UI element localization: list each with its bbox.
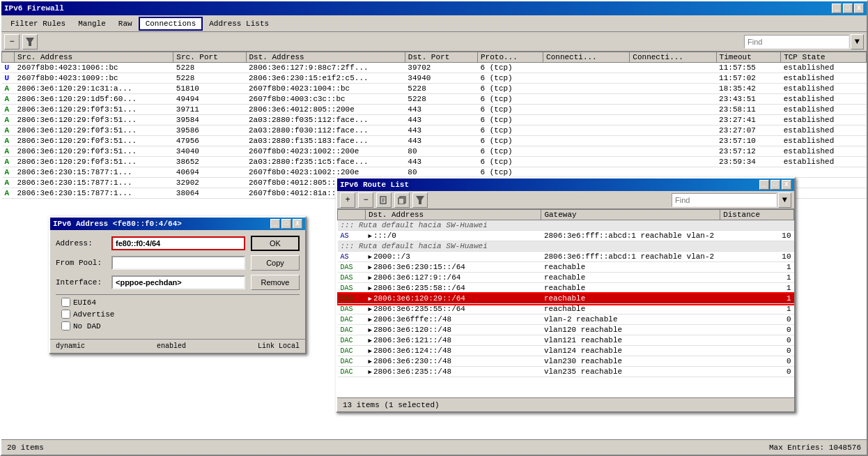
col-flag[interactable] [2, 52, 15, 63]
row-state: established [781, 84, 867, 94]
route-row-dst: ▶2806:3e6:230:15::/64 [366, 262, 541, 273]
route-col-flag[interactable] [338, 210, 366, 220]
dialog-close-btn[interactable]: X [293, 219, 302, 229]
table-row[interactable]: A 2806:3e6:120:29:1d5f:60... 49494 2607f… [2, 94, 867, 105]
route-row-dst: ▶2806:3e6:120::/48 [366, 325, 541, 335]
row-src-port: 5228 [173, 63, 246, 73]
row-conn1 [543, 84, 630, 94]
tab-mangle[interactable]: Mangle [72, 17, 112, 30]
table-row[interactable]: A 2806:3e6:230:15:7877:1... 40694 2607f8… [2, 167, 867, 178]
route-row-dst: ▶2806:3e6:120:29::/64 [366, 294, 541, 304]
table-row[interactable]: A 2806:3e6:120:29:1c31:a... 51810 2607f8… [2, 84, 867, 94]
advertise-checkbox[interactable] [61, 310, 70, 319]
table-row[interactable]: A 2806:3e6:120:29:f0f3:51... 47956 2a03:… [2, 136, 867, 146]
eui64-checkbox[interactable] [61, 298, 70, 307]
find-input[interactable] [744, 35, 849, 49]
list-item[interactable]: DAS ▶2806:3e6:235:55::/64 reachable 1 [338, 304, 794, 314]
route-remove-btn[interactable]: − [358, 192, 373, 208]
list-item[interactable]: DAC ▶2806:3e6:120::/48 vlan120 reachable… [338, 325, 794, 335]
row-flag: A [2, 126, 15, 136]
table-row[interactable]: A 2806:3e6:120:29:f0f3:51... 38652 2a03:… [2, 157, 867, 167]
row-dst-port: 443 [405, 105, 477, 115]
dialog-maximize-btn[interactable]: □ [281, 219, 291, 229]
divider1 [56, 294, 300, 295]
row-state: established [781, 105, 867, 115]
table-row[interactable]: A 2806:3e6:120:29:f0f3:51... 39711 2806:… [2, 105, 867, 115]
list-item[interactable]: AS ▶2000::/3 2806:3e6:fff::abcd:1 reacha… [338, 252, 794, 262]
address-input[interactable] [111, 236, 245, 250]
table-row[interactable]: U 2607f8b0:4023:1006::bc 5228 2806:3e6:1… [2, 63, 867, 73]
col-dst-port[interactable]: Dst. Port [405, 52, 477, 63]
list-item[interactable]: ::: Ruta default hacia SW-Huawei [338, 241, 794, 252]
list-item[interactable]: DAS ▶2806:3e6:230:15::/64 reachable 1 [338, 262, 794, 273]
col-conn1[interactable]: Connecti... [543, 52, 630, 63]
route-minimize-btn[interactable]: _ [759, 180, 769, 190]
route-table-container[interactable]: Dst. Address Gateway Distance ::: Ruta d… [337, 209, 794, 397]
interface-input[interactable] [111, 275, 245, 289]
table-row[interactable]: U 2607f8b0:4023:1009::bc 5228 2806:3e6:2… [2, 73, 867, 84]
copy-button[interactable]: Copy [251, 255, 300, 271]
find-dropdown-button[interactable]: ▼ [851, 34, 864, 50]
advertise-row: Advertise [61, 310, 300, 319]
list-item[interactable]: DAC ▶2806:3e6:235::/48 vlan235 reachable… [338, 367, 794, 377]
from-pool-input[interactable] [111, 256, 245, 270]
col-conn2[interactable]: Connecti... [630, 52, 716, 63]
list-item[interactable]: DAC ▶2806:3e6fffe::/48 vlan-2 reachable … [338, 314, 794, 325]
minus-button[interactable]: − [4, 34, 20, 50]
list-item[interactable]: DAS ▶2806:3e6:127:9::/64 reachable 1 [338, 273, 794, 283]
filter-button[interactable] [22, 34, 38, 50]
tab-filter-rules[interactable]: Filter Rules [4, 17, 72, 30]
route-close-btn[interactable]: X [782, 180, 791, 190]
minimize-button[interactable]: _ [832, 3, 842, 13]
col-timeout[interactable]: Timeout [716, 52, 781, 63]
route-find-dropdown[interactable]: ▼ [778, 192, 791, 208]
maximize-button[interactable]: □ [843, 3, 853, 13]
table-row[interactable]: A 2806:3e6:120:29:f0f3:51... 39584 2a03:… [2, 115, 867, 126]
route-row-dst: ▶2806:3e6:235:58::/64 [366, 283, 541, 294]
route-row-dst: ▶2806:3e6:230::/48 [366, 356, 541, 367]
ok-button[interactable]: OK [251, 236, 300, 251]
list-item[interactable]: ::: Ruta default hacia SW-Huawei [338, 220, 794, 231]
tab-raw[interactable]: Raw [112, 17, 139, 30]
row-conn2 [630, 63, 716, 73]
list-item[interactable]: AS ▶:::/0 2806:3e6:fff::abcd:1 reachable… [338, 231, 794, 241]
tab-connections[interactable]: Connections [139, 17, 203, 31]
row-flag: A [2, 105, 15, 115]
table-row[interactable]: A 2806:3e6:120:29:f0f3:51... 34040 2607f… [2, 146, 867, 157]
col-tcp-state[interactable]: TCP State [781, 52, 867, 63]
route-col-gateway[interactable]: Gateway [541, 210, 720, 220]
list-item[interactable]: DAC ▶2806:3e6:124::/48 vlan124 reachable… [338, 346, 794, 356]
col-dst-address[interactable]: Dst. Address [246, 52, 405, 63]
table-row[interactable]: A 2806:3e6:120:29:f0f3:51... 39586 2a03:… [2, 126, 867, 136]
close-button[interactable]: X [854, 3, 864, 13]
footer-scope: Link Local [258, 342, 300, 350]
row-proto: 6 (tcp) [478, 105, 543, 115]
list-item[interactable]: DAS ▶2806:3e6:235:58::/64 reachable 1 [338, 283, 794, 294]
row-src-port: 39584 [173, 115, 246, 126]
list-item[interactable]: DAC ▶2806:3e6:121::/48 vlan121 reachable… [338, 335, 794, 346]
tab-address-lists[interactable]: Address Lists [203, 17, 275, 30]
route-edit-btn[interactable] [376, 192, 392, 208]
advertise-label: Advertise [73, 310, 114, 319]
col-src-port[interactable]: Src. Port [173, 52, 246, 63]
route-find-input[interactable] [672, 193, 777, 207]
col-src-address[interactable]: Src. Address [15, 52, 173, 63]
remove-button[interactable]: Remove [251, 275, 300, 290]
dialog-minimize-btn[interactable]: _ [270, 219, 280, 229]
col-proto[interactable]: Proto... [478, 52, 543, 63]
route-col-distance[interactable]: Distance [720, 210, 794, 220]
route-row-flag: AS [338, 231, 366, 241]
dialog-body: Address: OK From Pool: Copy Interface: R… [50, 230, 305, 339]
route-copy-btn[interactable] [394, 192, 410, 208]
row-conn1 [543, 126, 630, 136]
route-filter-btn[interactable] [412, 192, 428, 208]
no-dad-checkbox[interactable] [61, 321, 70, 330]
list-item[interactable]: DAS ▶2806:3e6:120:29::/64 reachable 1 [338, 294, 794, 304]
dialog-footer: dynamic enabled Link Local [50, 339, 305, 353]
route-add-btn[interactable]: + [340, 192, 355, 208]
route-maximize-btn[interactable]: □ [770, 180, 780, 190]
row-src-addr: 2806:3e6:120:29:f0f3:51... [15, 136, 173, 146]
row-proto: 6 (tcp) [478, 167, 543, 178]
route-col-dst[interactable]: Dst. Address [366, 210, 541, 220]
list-item[interactable]: DAC ▶2806:3e6:230::/48 vlan230 reachable… [338, 356, 794, 367]
